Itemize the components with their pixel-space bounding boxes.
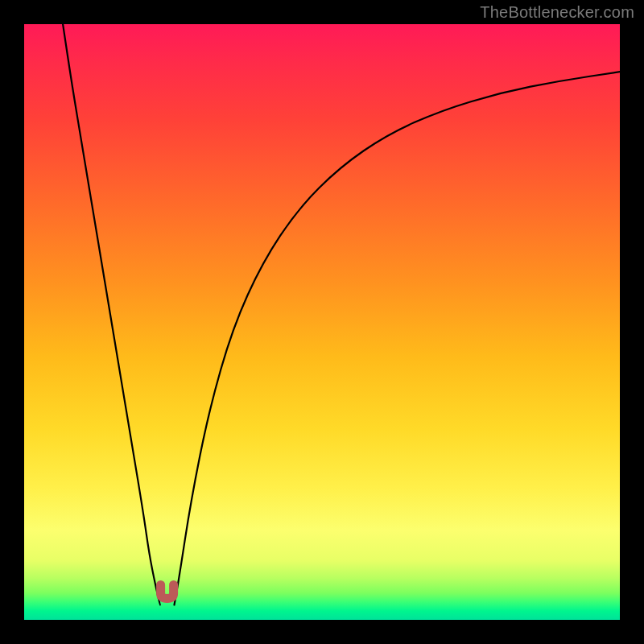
curve-overlay — [24, 24, 620, 620]
valley-marker — [161, 584, 174, 598]
gradient-plot-area — [24, 24, 620, 620]
curve-right-arm — [174, 72, 620, 605]
watermark-text: TheBottlenecker.com — [480, 3, 634, 22]
chart-frame: TheBottlenecker.com — [0, 0, 644, 644]
curve-left-arm — [63, 24, 160, 605]
